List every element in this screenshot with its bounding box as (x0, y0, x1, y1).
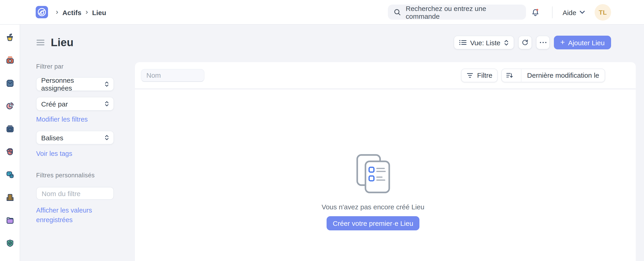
sidebar-app-seedling[interactable] (4, 31, 16, 43)
global-search-button[interactable]: Recherchez ou entrez une commande (388, 4, 526, 20)
filter-button-label: Filtre (477, 71, 492, 79)
help-menu-button[interactable]: Aide (562, 8, 585, 16)
empty-state: Vous n'avez pas encore créé Lieu Créer v… (135, 90, 636, 261)
seedling-pot-icon (5, 32, 15, 42)
breadcrumb-item-actifs[interactable]: Actifs (62, 8, 82, 16)
sort-button-label: Dernière modification le (521, 68, 605, 82)
created-by-select[interactable]: Créé par (36, 97, 114, 111)
notifications-button[interactable] (530, 7, 541, 18)
sidebar-toggle-button[interactable] (36, 39, 45, 46)
filter-section-title: Filtrer par (36, 63, 64, 70)
notification-dot (536, 9, 538, 10)
app-logo[interactable] (36, 6, 48, 18)
hamburger-icon (36, 39, 45, 46)
list-panel: Vous n'avez pas encore créé Lieu Créer v… (135, 90, 636, 261)
search-placeholder: Recherchez ou entrez une commande (406, 4, 520, 20)
asset-database-icon (5, 170, 15, 180)
page-title-group: Lieu (36, 36, 74, 49)
refresh-icon (522, 39, 529, 46)
page-actions: Vue: Liste (454, 36, 611, 49)
logo-icon (36, 6, 48, 18)
updown-chevron-icon (105, 101, 109, 106)
view-select-button[interactable]: Vue: Liste (454, 36, 514, 49)
page-title: Lieu (51, 36, 74, 49)
empty-state-message: Vous n'avez pas encore créé Lieu (322, 203, 424, 211)
shield-check-icon (5, 238, 15, 248)
topbar: › Actifs › Lieu Recherchez ou entrez une… (0, 0, 644, 25)
custom-filters-title: Filtres personnalisés (36, 172, 95, 179)
sidebar-app-asset-data[interactable] (4, 169, 16, 181)
tags-select-label: Balises (41, 134, 63, 141)
add-lieu-button[interactable]: + Ajouter Lieu (554, 36, 611, 49)
empty-documents-icon (356, 154, 390, 194)
updown-chevron-icon (504, 39, 508, 45)
toolbar-right-group: Filtre Dernière modification le (461, 68, 605, 82)
list-view-icon (459, 39, 466, 46)
create-first-label: Créer votre premier·e Lieu (333, 219, 413, 227)
building-icon (5, 192, 15, 203)
updown-chevron-icon (105, 135, 109, 140)
saved-values-link[interactable]: Afficher les valeurs enregistrées (36, 206, 105, 225)
view-select-label: Vue: Liste (470, 39, 500, 46)
page-header-row: Lieu Vue: Liste (36, 35, 611, 50)
sidebar-app-camera[interactable] (4, 54, 16, 66)
breadcrumb: › Actifs › Lieu (56, 0, 106, 25)
sidebar-app-shopping-bag[interactable] (4, 77, 16, 89)
filter-name-input[interactable] (36, 187, 114, 200)
header-divider (552, 6, 552, 18)
view-tags-link[interactable]: Voir les tags (36, 149, 72, 159)
topbar-right-group: Aide TL (530, 0, 611, 25)
sidebar-app-shield-check[interactable] (4, 237, 16, 249)
sidebar-app-building[interactable] (4, 192, 16, 203)
assigned-select-label: Personnes assignées (41, 76, 105, 92)
add-lieu-label: Ajouter Lieu (568, 39, 605, 46)
shopping-bag-icon (5, 78, 15, 88)
worker-icon (5, 147, 15, 157)
edit-filters-link[interactable]: Modifier les filtres (36, 115, 88, 124)
sort-button[interactable]: Dernière modification le (502, 68, 605, 82)
name-filter-input[interactable] (141, 69, 204, 82)
filter-icon (466, 72, 474, 78)
pie-chart-icon (5, 101, 15, 111)
plus-icon: + (560, 38, 565, 46)
chevron-down-icon (580, 10, 585, 14)
filter-button[interactable]: Filtre (461, 68, 498, 82)
sidebar-app-pie-chart[interactable] (4, 100, 16, 112)
assigned-select[interactable]: Personnes assignées (36, 77, 114, 91)
sort-icon (502, 68, 518, 82)
sidebar-app-worker[interactable] (4, 146, 16, 158)
create-first-button[interactable]: Créer votre premier·e Lieu (326, 216, 420, 230)
user-avatar[interactable]: TL (594, 4, 611, 20)
more-menu-button[interactable] (536, 36, 550, 49)
help-label: Aide (562, 8, 576, 16)
tags-select[interactable]: Balises (36, 131, 114, 144)
content-area: Lieu Vue: Liste (20, 25, 644, 261)
sidebar-app-cash-box[interactable] (4, 123, 16, 135)
app-sidebar (0, 25, 20, 261)
bell-icon (531, 7, 540, 17)
camera-icon (5, 55, 15, 65)
app-window: › Actifs › Lieu Recherchez ou entrez une… (0, 0, 644, 261)
sidebar-app-folder[interactable] (4, 214, 16, 226)
breadcrumb-chevron-icon: › (56, 8, 58, 16)
breadcrumb-item-lieu[interactable]: Lieu (92, 8, 106, 16)
folder-icon (5, 215, 15, 225)
ellipsis-icon (540, 42, 546, 43)
cash-box-icon (5, 124, 15, 134)
avatar-initials: TL (599, 9, 607, 16)
list-toolbar-panel: Filtre Dernière modification le (135, 62, 636, 88)
updown-chevron-icon (105, 81, 109, 87)
refresh-button[interactable] (518, 36, 532, 49)
search-icon (393, 8, 401, 16)
breadcrumb-chevron-icon: › (86, 8, 88, 16)
created-by-select-label: Créé par (41, 100, 68, 108)
